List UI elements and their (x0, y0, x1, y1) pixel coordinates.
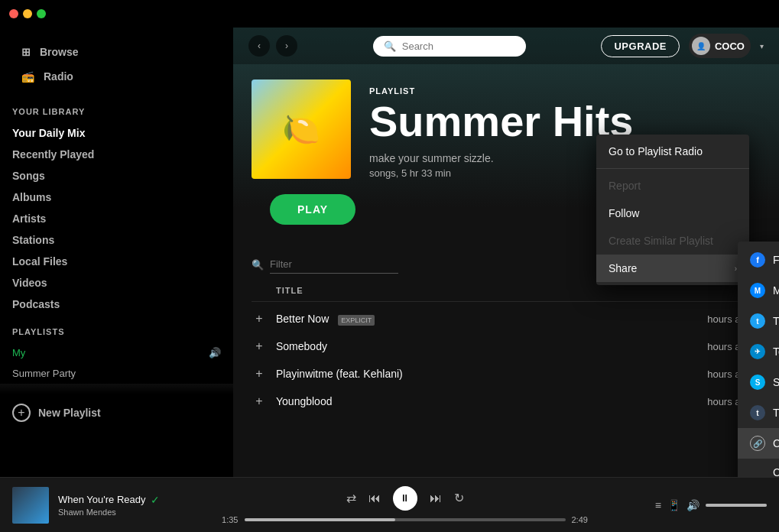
playing-indicator: 🔊 (209, 347, 221, 358)
minimize-button[interactable] (23, 9, 32, 18)
repeat-button[interactable]: ↻ (454, 491, 464, 505)
volume-fill (706, 504, 767, 507)
share-item-copy-embed[interactable]: Copy Embed Code (738, 459, 779, 477)
context-menu: Go to Playlist Radio Report Follow Creat… (596, 135, 749, 285)
player-right: ≡ 📱 🔊 (629, 499, 767, 511)
player-track-name: When You're Ready (58, 494, 146, 505)
context-menu-overlay: Go to Playlist Radio Report Follow Creat… (233, 28, 779, 477)
menu-item-follow[interactable]: Follow (596, 200, 749, 227)
chevron-right-icon: › (735, 264, 737, 273)
main-content: ‹ › 🔍 UPGRADE 👤 COCO ▾ 🍋 (233, 28, 779, 477)
sidebar-playlist-my[interactable]: My 🔊 (0, 342, 233, 363)
sidebar-item-podcasts[interactable]: Podcasts (0, 294, 233, 315)
previous-button[interactable]: ⏮ (368, 491, 381, 505)
progress-track[interactable] (245, 518, 566, 521)
share-item-tumblr[interactable]: t Tumblr (738, 397, 779, 428)
radio-icon: 📻 (21, 70, 34, 83)
player-thumbnail (12, 487, 49, 524)
sidebar-playlist-summer-party[interactable]: Summer Party (0, 363, 233, 384)
volume-slider[interactable] (706, 504, 767, 507)
share-item-copy-link[interactable]: 🔗 Copy Playlist Link (738, 428, 779, 459)
player-artist: Shawn Mendes (58, 508, 160, 517)
volume-icon[interactable]: 🔊 (686, 499, 699, 511)
tumblr-icon: t (750, 405, 765, 420)
twitter-icon: t (750, 313, 765, 329)
sidebar-item-radio[interactable]: 📻 Radio (12, 64, 221, 89)
menu-item-share[interactable]: Share › (596, 255, 749, 282)
menu-item-report: Report (596, 172, 749, 200)
new-playlist-button[interactable]: + New Playlist (0, 394, 233, 431)
skype-icon: S (750, 375, 765, 390)
player-controls: ⇄ ⏮ ⏸ ⏭ ↻ 1:35 2:49 (187, 486, 623, 524)
share-item-messenger[interactable]: M Messenger (738, 275, 779, 306)
player-liked-icon: ✓ (151, 494, 160, 506)
shuffle-button[interactable]: ⇄ (346, 491, 356, 505)
new-playlist-icon: + (12, 404, 31, 422)
share-item-telegram[interactable]: ✈ Telegram (738, 336, 779, 367)
sidebar-item-browse[interactable]: ⊞ Browse (12, 40, 221, 64)
messenger-icon: M (750, 283, 765, 298)
sidebar-nav: ⊞ Browse 📻 Radio (0, 28, 233, 95)
devices-icon[interactable]: 📱 (667, 499, 680, 511)
sidebar-item-recently-played[interactable]: Recently Played (0, 144, 233, 165)
play-pause-button[interactable]: ⏸ (393, 486, 417, 511)
share-submenu: f Facebook M Messenger t Twitter ✈ Teleg… (738, 242, 779, 477)
queue-icon[interactable]: ≡ (655, 499, 661, 511)
sidebar-item-stations[interactable]: Stations (0, 229, 233, 251)
titlebar (0, 0, 779, 28)
pause-icon: ⏸ (400, 492, 410, 504)
sidebar-item-artists[interactable]: Artists (0, 208, 233, 229)
menu-divider (596, 168, 749, 169)
menu-item-playlist-radio[interactable]: Go to Playlist Radio (596, 138, 749, 165)
close-button[interactable] (9, 9, 18, 18)
playlists-label: PLAYLISTS (0, 315, 233, 342)
next-button[interactable]: ⏭ (430, 491, 442, 505)
sidebar: ⊞ Browse 📻 Radio YOUR LIBRARY Your Daily… (0, 28, 233, 477)
your-library-label: YOUR LIBRARY (0, 95, 233, 122)
facebook-icon: f (750, 252, 765, 268)
sidebar-item-local-files[interactable]: Local Files (0, 251, 233, 272)
thumbnail-image (12, 487, 49, 524)
browse-icon: ⊞ (21, 46, 31, 58)
telegram-icon: ✈ (750, 344, 765, 359)
player-track-info: When You're Ready ✓ Shawn Mendes (12, 487, 180, 524)
sidebar-item-songs[interactable]: Songs (0, 165, 233, 187)
player-buttons: ⇄ ⏮ ⏸ ⏭ ↻ (346, 486, 464, 511)
link-icon: 🔗 (750, 436, 765, 451)
progress-fill (245, 518, 395, 521)
share-item-facebook[interactable]: f Facebook (738, 245, 779, 275)
traffic-lights (9, 9, 46, 18)
share-item-twitter[interactable]: t Twitter (738, 306, 779, 336)
player-track-details: When You're Ready ✓ Shawn Mendes (58, 494, 160, 517)
menu-item-create-similar: Create Similar Playlist (596, 227, 749, 255)
progress-bar[interactable]: 1:35 2:49 (214, 515, 596, 524)
app-container: ⊞ Browse 📻 Radio YOUR LIBRARY Your Daily… (0, 28, 779, 477)
sidebar-item-daily-mix[interactable]: Your Daily Mix (0, 122, 233, 144)
total-time: 2:49 (572, 515, 596, 524)
player-bar: When You're Ready ✓ Shawn Mendes ⇄ ⏮ ⏸ ⏭… (0, 477, 779, 532)
current-time: 1:35 (214, 515, 239, 524)
share-item-skype[interactable]: S Skype (738, 367, 779, 397)
sidebar-item-albums[interactable]: Albums (0, 187, 233, 208)
fullscreen-button[interactable] (37, 9, 46, 18)
sidebar-item-videos[interactable]: Videos (0, 272, 233, 294)
